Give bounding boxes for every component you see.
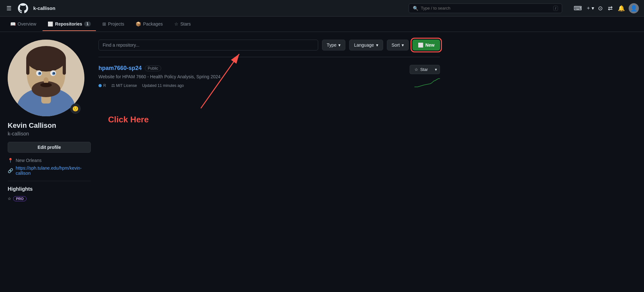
avatar[interactable]: 👤 <box>629 3 639 13</box>
link-icon: 🔗 <box>8 168 13 173</box>
profile-location: 📍 New Orleans <box>8 158 91 163</box>
star-dropdown-button[interactable]: ▾ <box>432 65 440 74</box>
avatar-container: 🙂 <box>8 40 84 116</box>
repo-search-input[interactable] <box>98 40 318 50</box>
search-shortcut: / <box>553 6 558 11</box>
repo-visibility-badge: Public <box>145 65 161 71</box>
repo-controls: Type ▾ Language ▾ Sort ▾ ⬜ New <box>98 40 440 50</box>
repos-badge: 1 <box>84 21 91 27</box>
pull-requests-icon: ⇄ <box>608 5 613 12</box>
package-icon: 📦 <box>136 21 141 27</box>
star-button-group: ☆ Star ▾ <box>410 65 440 74</box>
repo-license: ⚖ MIT License <box>111 83 137 88</box>
search-input[interactable] <box>421 6 551 11</box>
terminal-icon: ⌨ <box>574 5 582 12</box>
repo-language: R <box>98 83 106 88</box>
tab-repositories[interactable]: ⬜ Repositories 1 <box>43 18 96 31</box>
tab-stars[interactable]: ☆ Stars <box>169 18 196 31</box>
repo-meta: R ⚖ MIT License Updated 11 minutes ago <box>98 83 410 88</box>
type-filter-button[interactable]: Type ▾ <box>322 40 345 50</box>
plus-dropdown-icon: ▾ <box>592 5 594 11</box>
right-content: Type ▾ Language ▾ Sort ▾ ⬜ New <box>98 40 440 201</box>
svg-point-12 <box>39 73 41 74</box>
svg-rect-15 <box>36 69 43 70</box>
github-logo <box>18 3 28 13</box>
profile-tabs: 📖 Overview ⬜ Repositories 1 ⊞ Projects 📦… <box>0 17 644 32</box>
pro-badge-item: ☆ PRO <box>8 196 27 201</box>
hamburger-button[interactable]: ☰ <box>5 4 13 13</box>
language-chevron-icon: ▾ <box>376 42 378 48</box>
pull-requests-button[interactable]: ⇄ <box>607 4 614 13</box>
highlights-title: Highlights <box>8 186 91 192</box>
svg-point-4 <box>26 46 66 72</box>
search-icon: 🔍 <box>413 6 418 11</box>
annotation-area: Click Here <box>98 115 440 125</box>
sort-chevron-icon: ▾ <box>402 42 404 48</box>
new-repo-button[interactable]: ⬜ New <box>412 40 440 50</box>
projects-icon: ⊞ <box>102 21 106 27</box>
repo-list: hpam7660-sp24 Public Website for HPAM 76… <box>98 57 440 96</box>
profile-divider <box>8 181 91 181</box>
avatar-emoji-button[interactable]: 🙂 <box>70 104 81 114</box>
issues-button[interactable]: ⊙ <box>597 4 604 13</box>
left-sidebar: 🙂 Kevin Callison k-callison Edit profile… <box>8 40 91 201</box>
star-dropdown-chevron-icon: ▾ <box>435 67 437 72</box>
type-chevron-icon: ▾ <box>338 42 341 48</box>
plus-button[interactable]: ＋ ▾ <box>586 5 594 12</box>
new-repo-icon: ⬜ <box>418 42 423 48</box>
top-nav: ☰ k-callison 🔍 / ⌨ ＋ ▾ ⊙ ⇄ 🔔 👤 <box>0 0 644 17</box>
profile-website: 🔗 https://sph.tulane.edu/hpm/kevin-calli… <box>8 165 91 176</box>
svg-rect-5 <box>26 59 29 75</box>
location-icon: 📍 <box>8 158 13 163</box>
terminal-button[interactable]: ⌨ <box>572 4 583 13</box>
repo-updated: Updated 11 minutes ago <box>142 83 184 88</box>
svg-rect-6 <box>63 59 66 75</box>
svg-point-13 <box>53 73 55 74</box>
repo-card-left: hpam7660-sp24 Public Website for HPAM 76… <box>98 65 410 88</box>
tab-overview[interactable]: 📖 Overview <box>5 18 41 31</box>
plus-icon: ＋ <box>586 5 591 12</box>
star-tab-icon: ☆ <box>174 21 178 27</box>
activity-graph <box>414 78 440 88</box>
bell-icon: 🔔 <box>618 5 625 12</box>
star-icon: ☆ <box>414 67 418 72</box>
pro-pill: PRO <box>13 196 27 201</box>
profile-username: k-callison <box>8 131 91 137</box>
notifications-button[interactable]: 🔔 <box>617 4 626 13</box>
click-here-label: Click Here <box>108 115 440 125</box>
main-content: 🙂 Kevin Callison k-callison Edit profile… <box>0 32 448 209</box>
repo-card-right: ☆ Star ▾ <box>410 65 440 88</box>
nav-username: k-callison <box>33 5 55 11</box>
language-filter-button[interactable]: Language ▾ <box>349 40 383 50</box>
edit-profile-button[interactable]: Edit profile <box>8 142 91 153</box>
repo-description: Website for HPAM 7660 - Health Policy An… <box>98 74 410 79</box>
smiley-icon: 🙂 <box>72 106 79 112</box>
language-dot <box>98 84 102 87</box>
nav-actions: ⌨ ＋ ▾ ⊙ ⇄ 🔔 👤 <box>572 3 639 13</box>
repo-name-link[interactable]: hpam7660-sp24 <box>98 65 142 72</box>
license-icon: ⚖ <box>111 83 115 88</box>
avatar-image: 👤 <box>630 5 637 12</box>
hamburger-icon: ☰ <box>6 5 12 12</box>
star-highlight-icon: ☆ <box>8 196 11 201</box>
svg-rect-16 <box>49 69 56 70</box>
tab-projects[interactable]: ⊞ Projects <box>97 18 130 31</box>
profile-full-name: Kevin Callison <box>8 121 91 130</box>
book-icon: 📖 <box>10 21 16 27</box>
repo-title-row: hpam7660-sp24 Public <box>98 65 410 72</box>
issues-icon: ⊙ <box>598 5 603 12</box>
profile-website-link[interactable]: https://sph.tulane.edu/hpm/kevin-calliso… <box>16 165 91 176</box>
search-bar[interactable]: 🔍 / <box>409 4 562 13</box>
sort-filter-button[interactable]: Sort ▾ <box>387 40 409 50</box>
svg-point-17 <box>40 83 52 87</box>
tab-packages[interactable]: 📦 Packages <box>130 18 168 31</box>
star-button[interactable]: ☆ Star <box>410 65 432 74</box>
new-button-area: ⬜ New <box>412 40 440 50</box>
repo-icon: ⬜ <box>48 21 53 27</box>
